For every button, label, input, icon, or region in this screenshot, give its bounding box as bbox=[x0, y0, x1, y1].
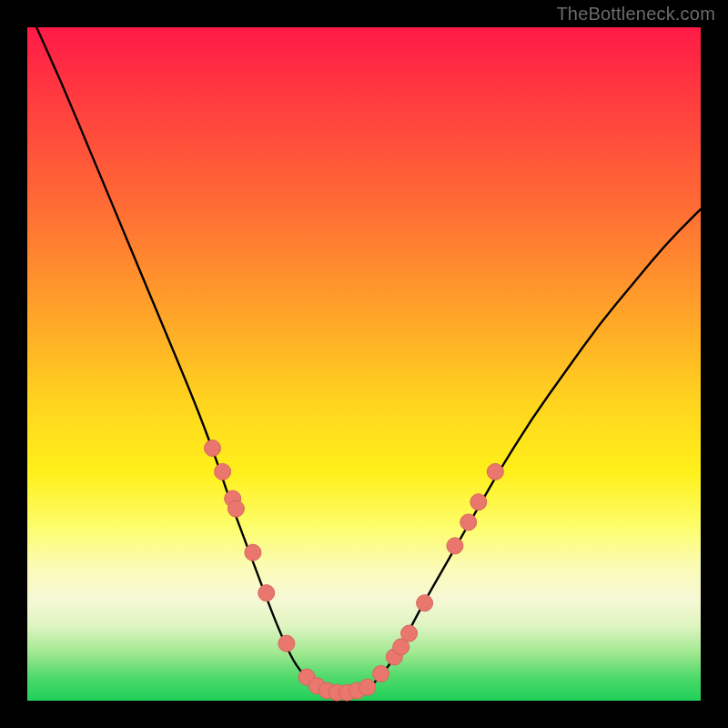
highlight-dot bbox=[417, 595, 433, 612]
highlight-dot bbox=[228, 500, 244, 517]
highlight-dot bbox=[215, 463, 231, 480]
chart-frame: TheBottleneck.com bbox=[0, 0, 728, 728]
highlight-dot bbox=[487, 463, 503, 480]
highlight-dot bbox=[470, 494, 487, 511]
highlight-dot bbox=[258, 585, 275, 602]
bottleneck-curve bbox=[27, 7, 701, 694]
highlight-dot bbox=[373, 665, 389, 682]
highlight-dot bbox=[460, 514, 477, 531]
highlight-dot bbox=[245, 544, 261, 561]
watermark-text: TheBottleneck.com bbox=[556, 4, 715, 25]
highlight-dots bbox=[205, 440, 504, 702]
highlight-dot bbox=[205, 440, 221, 457]
highlight-dot bbox=[359, 679, 376, 695]
curve-group bbox=[27, 7, 701, 694]
highlight-dot bbox=[447, 538, 463, 554]
highlight-dot bbox=[278, 635, 295, 652]
chart-svg bbox=[27, 27, 701, 701]
highlight-dot bbox=[401, 625, 418, 642]
